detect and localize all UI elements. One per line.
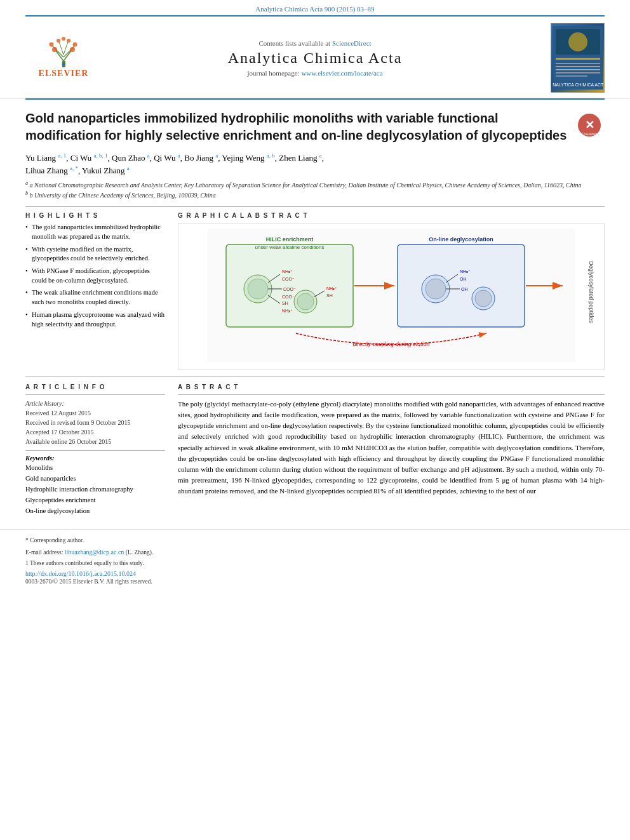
banner-left: ELSEVIER	[25, 37, 102, 79]
highlight-item-4: The weak alkaline enrichment conditions …	[25, 288, 165, 307]
keyword-2: Gold nanoparticles	[25, 474, 165, 484]
graphical-abstract-box: Digests of protein sample Deglycosylated…	[178, 223, 605, 370]
svg-point-47	[297, 293, 314, 310]
abstract-text: The poly (glycidyl methacrylate-co-poly …	[178, 399, 605, 496]
banner-right: ANALYTICA CHIMICA ACTA	[528, 23, 605, 93]
elsevier-tree-svg	[43, 37, 84, 67]
highlight-item-3: With PNGase F modification, glycopeptide…	[25, 267, 165, 285]
svg-text:CrossMark: CrossMark	[582, 132, 598, 136]
journal-cover: ANALYTICA CHIMICA ACTA	[551, 23, 605, 93]
svg-text:✕: ✕	[585, 119, 594, 131]
highlight-item-2: With cysteine modified on the matrix, gl…	[25, 245, 165, 263]
journal-header: Analytica Chimica Acta 900 (2015) 83–89	[0, 0, 630, 15]
corresponding-note: * Corresponding author.	[25, 536, 605, 545]
svg-text:SH: SH	[282, 301, 288, 305]
svg-text:SH: SH	[326, 293, 333, 298]
svg-rect-21	[556, 66, 600, 67]
footer-section: * Corresponding author. E-mail address: …	[0, 529, 630, 591]
thin-border-2	[25, 450, 165, 451]
elsevier-label: ELSEVIER	[39, 69, 89, 79]
svg-point-36	[248, 279, 268, 299]
svg-line-5	[59, 42, 64, 55]
article-info-abstract-row: A R T I C L E I N F O Article history: R…	[25, 383, 605, 516]
svg-point-11	[57, 39, 60, 43]
svg-point-12	[67, 39, 70, 43]
highlights-list: The gold nanoparticles immobilized hydro…	[25, 223, 165, 329]
affiliations: a a National Chromatographic Research an…	[25, 180, 605, 201]
keywords-label: Keywords:	[25, 455, 165, 462]
graphical-abstract-section: G R A P H I C A L A B S T R A C T Digest…	[178, 212, 605, 370]
svg-point-13	[62, 37, 65, 41]
journal-homepage: journal homepage: www.elsevier.com/locat…	[102, 69, 528, 77]
keyword-3: Hydrophilic interaction chromatography	[25, 484, 165, 495]
equal-contrib-note: 1 These authors contributed equally to t…	[25, 559, 605, 568]
svg-text:NH₃⁺: NH₃⁺	[282, 269, 293, 274]
svg-text:HILIC enrichment: HILIC enrichment	[266, 236, 314, 243]
footer-notes: * Corresponding author. E-mail address: …	[25, 536, 605, 568]
highlight-item-5: Human plasma glycoproteome was analyzed …	[25, 310, 165, 329]
journal-cover-svg: ANALYTICA CHIMICA ACTA	[553, 26, 603, 90]
contents-available: Contents lists available at ScienceDirec…	[102, 39, 528, 47]
thin-border-3	[178, 394, 605, 395]
svg-text:ANALYTICA CHIMICA ACTA: ANALYTICA CHIMICA ACTA	[553, 83, 603, 87]
article-history: Article history: Received 12 August 2015…	[25, 399, 165, 446]
history-label: Article history:	[25, 399, 165, 408]
authors: Yu Liang a, 1, Ci Wu a, b, 1, Qun Zhao a…	[25, 152, 605, 177]
svg-rect-20	[556, 63, 600, 64]
section-divider-2	[25, 377, 605, 377]
svg-point-8	[70, 47, 75, 52]
received-revised-date: Received in revised form 9 October 2015	[25, 418, 165, 427]
svg-rect-22	[556, 69, 600, 70]
section-divider-1	[25, 206, 605, 207]
doi-link[interactable]: http://dx.doi.org/10.1016/j.aca.2015.10.…	[25, 570, 136, 577]
article-title: Gold nanoparticles immobilized hydrophil…	[25, 110, 568, 144]
graphical-abstract-svg: Digests of protein sample Deglycosylated…	[184, 229, 599, 362]
accepted-date: Accepted 17 October 2015	[25, 427, 165, 437]
svg-rect-23	[556, 72, 600, 74]
available-date: Available online 26 October 2015	[25, 437, 165, 446]
received-date: Received 12 August 2015	[25, 408, 165, 418]
banner-area: ELSEVIER Contents lists available at Sci…	[0, 17, 630, 98]
doi-line: http://dx.doi.org/10.1016/j.aca.2015.10.…	[25, 570, 605, 577]
svg-text:OH: OH	[461, 287, 468, 291]
crossmark-icon: ✕ CrossMark	[577, 112, 602, 138]
svg-point-7	[52, 47, 57, 52]
journal-title: Analytica Chimica Acta	[102, 50, 528, 67]
elsevier-logo	[43, 37, 84, 67]
copyright-line: 0003-2670/© 2015 Elsevier B.V. All right…	[25, 578, 605, 585]
svg-point-14	[62, 63, 65, 66]
svg-text:NH₃⁺: NH₃⁺	[326, 286, 337, 291]
abstract-heading: A B S T R A C T	[178, 383, 605, 390]
crossmark[interactable]: ✕ CrossMark	[574, 110, 605, 140]
svg-text:NH₃⁺: NH₃⁺	[282, 309, 293, 313]
highlights-heading: H I G H L I G H T S	[25, 212, 165, 219]
keyword-1: Monoliths	[25, 463, 165, 474]
svg-text:NH₃⁺: NH₃⁺	[460, 269, 471, 274]
svg-text:under weak alkaline conditions: under weak alkaline conditions	[255, 244, 325, 250]
science-direct-link[interactable]: ScienceDirect	[332, 39, 372, 47]
article-info-heading: A R T I C L E I N F O	[25, 383, 165, 390]
abstract-section: A B S T R A C T The poly (glycidyl metha…	[178, 383, 605, 516]
svg-line-6	[64, 42, 68, 55]
email-note: E-mail address: lihuazhang@dicp.ac.cn (L…	[25, 547, 605, 557]
svg-point-63	[475, 290, 492, 307]
svg-text:On-line deglycosylation: On-line deglycosylation	[429, 236, 493, 243]
email-link[interactable]: lihuazhang@dicp.ac.cn	[65, 549, 124, 556]
keywords-section: Keywords: Monoliths Gold nanoparticles H…	[25, 455, 165, 516]
svg-point-56	[426, 279, 446, 299]
keyword-4: Glycopeptides enrichment	[25, 495, 165, 506]
keyword-5: On-line deglycosylation	[25, 506, 165, 517]
highlights-graphical-row: H I G H L I G H T S The gold nanoparticl…	[25, 212, 605, 370]
article-title-area: Gold nanoparticles immobilized hydrophil…	[25, 110, 605, 144]
svg-point-18	[568, 32, 587, 51]
highlight-item-1: The gold nanoparticles immobilized hydro…	[25, 223, 165, 241]
svg-rect-24	[556, 76, 587, 77]
svg-point-9	[49, 43, 53, 47]
svg-rect-53	[398, 244, 525, 327]
keywords-list: Monoliths Gold nanoparticles Hydrophilic…	[25, 463, 165, 516]
svg-text:OH: OH	[460, 277, 467, 281]
thin-border-1	[25, 394, 165, 395]
article-info-section: A R T I C L E I N F O Article history: R…	[25, 383, 165, 516]
svg-text:COO⁻: COO⁻	[282, 295, 295, 299]
homepage-link[interactable]: www.elsevier.com/locate/aca	[301, 69, 382, 77]
